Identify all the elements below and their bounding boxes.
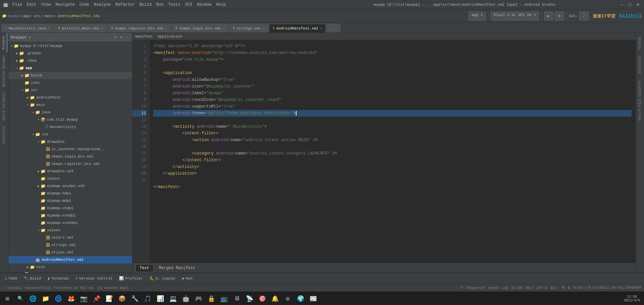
- profiler-button[interactable]: 📊 Profiler: [116, 274, 146, 283]
- event-log-label[interactable]: Event Log: [488, 286, 508, 290]
- tree-androidtest-dir[interactable]: ▶ 📁 androidTest: [8, 94, 132, 101]
- project-panel-tab[interactable]: Project: [1, 33, 7, 52]
- taskbar-icon-8[interactable]: 🎵: [142, 293, 154, 305]
- taskbar-icon-16[interactable]: 📡: [244, 293, 256, 305]
- close-tab-strings[interactable]: ✕: [263, 26, 265, 30]
- code-content[interactable]: <?xml version="1.0" encoding="utf-8"?> <…: [149, 40, 636, 263]
- taskbar-icon-18[interactable]: 🔔: [269, 293, 281, 305]
- menu-vcs[interactable]: VCS: [183, 2, 195, 8]
- taskbar-explorer[interactable]: 📁: [40, 293, 52, 305]
- app-selector[interactable]: app ▾: [469, 12, 486, 20]
- tree-strings-xml[interactable]: 🖼 strings.xml: [8, 241, 132, 249]
- tree-colors-xml[interactable]: 🖼 colors.xml: [8, 234, 132, 241]
- tree-root[interactable]: ▾ 📁 myapp E:\ttit\myapp: [8, 42, 132, 50]
- tree-res-dir[interactable]: ▾ 📁 res: [8, 131, 132, 138]
- tree-app-dir[interactable]: ▾ 📁 app: [8, 64, 132, 72]
- run-panel-button[interactable]: ▶ Run: [179, 274, 195, 283]
- taskbar-icon-4[interactable]: 📌: [91, 293, 103, 305]
- status-charset[interactable]: UTF-8: [536, 286, 547, 290]
- hide-icon[interactable]: –: [125, 35, 129, 40]
- tree-gradle-dir[interactable]: ▶ 📁 .gradle: [8, 50, 132, 57]
- tree-mipmap-xxxhdpi[interactable]: 📁 mipmap-xxxhdpi: [8, 219, 132, 227]
- tree-idea-dir[interactable]: ▶ 📁 .idea: [8, 57, 132, 64]
- tree-styles-xml[interactable]: 🖼 styles.xml: [8, 249, 132, 256]
- breadcrumb-manifest[interactable]: manifest: [135, 35, 153, 39]
- taskbar-icon-12[interactable]: 🎮: [193, 293, 205, 305]
- build-variants-tab[interactable]: Build Variants: [1, 90, 7, 123]
- taskbar-icon-9[interactable]: 📊: [154, 293, 166, 305]
- terminal-button[interactable]: ▮ Terminal: [45, 274, 71, 283]
- taskbar-icon-15[interactable]: 🖥: [231, 293, 243, 305]
- tab-text[interactable]: Text: [135, 264, 154, 272]
- menu-build[interactable]: Build: [138, 2, 154, 8]
- tree-src-dir[interactable]: ▾ 📁 src: [8, 86, 132, 94]
- tree-mipmap-hdpi[interactable]: 📁 mipmap-hdpi: [8, 190, 132, 197]
- tree-mipmap-mdpi[interactable]: 📁 mipmap-mdpi: [8, 197, 132, 204]
- tab-mainactivity[interactable]: J MainActivity.java ✕: [1, 24, 54, 33]
- device-selector[interactable]: Pixel 3 XL API 29 ▾: [491, 12, 539, 20]
- tab-more[interactable]: ...: [326, 24, 340, 33]
- taskbar-icon-3[interactable]: 📷: [78, 293, 90, 305]
- taskbar-icon-20[interactable]: 🌍: [294, 293, 307, 305]
- project-name[interactable]: myapp: [8, 14, 19, 18]
- inspector-label[interactable]: Inspector: [466, 286, 486, 290]
- stop-button[interactable]: ■: [555, 12, 564, 20]
- close-tab-shape-register[interactable]: ✕: [165, 26, 167, 30]
- settings-icon[interactable]: ⚙: [119, 35, 124, 40]
- taskbar-chrome[interactable]: 🌀: [52, 293, 64, 305]
- taskbar-icon-19[interactable]: ⚙: [282, 293, 294, 305]
- close-tab-shape-login[interactable]: ✕: [223, 26, 225, 30]
- git-commit-button[interactable]: ✓: [579, 12, 589, 20]
- taskbar-icon-21[interactable]: 📰: [307, 293, 319, 305]
- project-file[interactable]: AndroidManifest.xml: [58, 14, 100, 18]
- menu-window[interactable]: Window: [195, 2, 213, 8]
- tree-java-dir[interactable]: ▾ 📁 java: [8, 109, 132, 116]
- close-tab-activity-main[interactable]: ✕: [101, 26, 103, 30]
- tree-build-dir[interactable]: ▶ 📁 build: [8, 72, 132, 79]
- taskbar-icon-14[interactable]: 📺: [218, 293, 230, 305]
- tab-strings[interactable]: X strings.xml ✕: [229, 24, 268, 33]
- tree-mipmap-xxhdpi[interactable]: 📁 mipmap-xxhdpi: [8, 212, 132, 219]
- taskbar-start[interactable]: ⊞: [1, 293, 13, 305]
- menu-run[interactable]: Run: [154, 2, 166, 8]
- tree-drawable-v24[interactable]: ▶ 📁 drawable-v24: [8, 168, 132, 175]
- taskbar-icon-5[interactable]: 📝: [103, 293, 115, 305]
- tab-shape-register[interactable]: X shape_register_btn.xml ✕: [108, 24, 171, 33]
- menu-code[interactable]: Code: [77, 2, 91, 8]
- project-main[interactable]: main: [45, 14, 54, 18]
- tree-androidmanifest-xml[interactable]: 🤖 AndroidManifest.xml: [8, 256, 132, 263]
- taskbar-search[interactable]: 🔍: [14, 293, 26, 305]
- maximize-button[interactable]: □: [627, 1, 633, 8]
- taskbar-icon-13[interactable]: 🔒: [205, 293, 217, 305]
- build-button[interactable]: 🔨 Build: [21, 274, 44, 283]
- menu-help[interactable]: Help: [214, 2, 228, 8]
- close-button[interactable]: ✕: [635, 1, 641, 8]
- taskbar-icon-10[interactable]: 💻: [167, 293, 179, 305]
- sync-icon[interactable]: ⟳: [113, 35, 118, 40]
- code-editor[interactable]: 1 2 3 4 5 6 7 8 9 10 11 12 13 14 15 16 1: [132, 40, 636, 263]
- close-tab-mainactivity[interactable]: ✕: [48, 26, 50, 30]
- favorites-tab[interactable]: Favorites: [1, 123, 7, 147]
- resource-manager-tab[interactable]: Resource Manager: [1, 52, 7, 90]
- version-control-button[interactable]: ⬆ Version Control: [73, 274, 115, 283]
- tree-mipmap-anydpi[interactable]: ▶ 📁 mipmap-anydpi-v26: [8, 182, 132, 190]
- menu-view[interactable]: View: [39, 2, 53, 8]
- taskbar-icon-11[interactable]: 🤖: [180, 293, 192, 305]
- structure-panel-tab[interactable]: Structure: [637, 53, 643, 76]
- run-button[interactable]: ▶: [544, 12, 553, 20]
- status-crlf[interactable]: CRLF: [525, 286, 534, 290]
- tree-mainactivity-file[interactable]: C MainActivity: [8, 123, 132, 131]
- taskbar-icon-7[interactable]: 🔧: [129, 293, 141, 305]
- menu-refactor[interactable]: Refactor: [113, 2, 137, 8]
- bilibili-link[interactable]: https://b.bilibili.net/qq_33608800: [573, 286, 641, 290]
- tree-layout-dir[interactable]: 📁 layout: [8, 175, 132, 182]
- tab-shape-login[interactable]: X shape_login_btn.xml ✕: [172, 24, 228, 33]
- minimize-button[interactable]: –: [619, 1, 625, 8]
- tab-activity-main[interactable]: X activity_main.xml ✕: [54, 24, 107, 33]
- tab-androidmanifest[interactable]: X AndroidManifest.xml ✕: [269, 24, 326, 33]
- gradle-panel-tab[interactable]: Gradle: [637, 34, 643, 52]
- tree-mipmap-xhdpi[interactable]: 📁 mipmap-xhdpi: [8, 204, 132, 212]
- tree-libs-dir[interactable]: 📁 libs: [8, 79, 132, 86]
- tree-shape-login[interactable]: 🖼 shape_login_btn.xml: [8, 153, 132, 160]
- tree-values-dir[interactable]: ▾ 📁 values: [8, 227, 132, 234]
